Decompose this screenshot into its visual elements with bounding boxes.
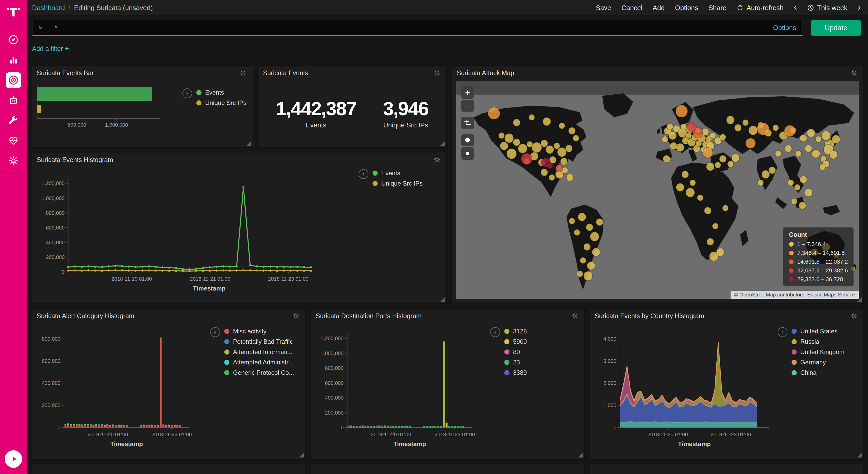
svg-text:400,000: 400,000 [42, 380, 60, 386]
legend-item[interactable]: Events [196, 89, 246, 96]
sidebar-item-gear[interactable] [6, 153, 21, 169]
panel-options-button[interactable] [432, 68, 441, 77]
metric-visualization: 1,442,387 Events 3,946 Unique Src IPs [258, 80, 446, 147]
legend-item[interactable]: 23 [504, 359, 527, 366]
save-button[interactable]: Save [596, 4, 611, 12]
legend-color-dot [224, 360, 229, 365]
legend-item[interactable]: 3128 [504, 328, 527, 335]
svg-text:1,000,000: 1,000,000 [105, 122, 128, 128]
legend-color-dot [224, 329, 229, 334]
legend-color-dot [789, 277, 794, 282]
legend-item[interactable]: Events [373, 170, 423, 177]
panel-resize-handle[interactable] [857, 453, 862, 457]
legend-item[interactable]: Misc activity [224, 328, 294, 335]
time-back-button[interactable]: ‹ [794, 3, 797, 12]
share-button[interactable]: Share [708, 4, 726, 12]
query-options-link[interactable]: Options [773, 24, 796, 32]
legend-toggle[interactable]: › [210, 327, 220, 337]
sidebar-item-wrench[interactable] [6, 113, 21, 128]
sidebar-item-bars[interactable] [6, 52, 21, 68]
legend-item[interactable]: Attempted Administr... [224, 359, 294, 366]
gear-icon [850, 313, 857, 321]
legend-color-dot [224, 339, 229, 344]
legend-item[interactable]: 5900 [504, 338, 527, 345]
panel-resize-handle[interactable] [299, 453, 304, 457]
options-button[interactable]: Options [675, 4, 698, 12]
panel-suricata-events-by-country: Suricata Events by Country Histogram 01,… [589, 308, 864, 460]
legend-color-dot [792, 329, 797, 334]
map-zoom-out-button[interactable]: − [461, 100, 474, 112]
map-legend: Count 1 – 7,346.47,346.4 – 14,691.814,69… [783, 228, 854, 286]
query-input[interactable]: >_ * Options [32, 20, 803, 36]
add-filter-link[interactable]: Add a filter + [32, 45, 69, 52]
legend-item[interactable]: Generic Protocol Co... [224, 369, 294, 376]
console-prompt-icon: >_ [39, 24, 47, 31]
panel-options-button[interactable] [291, 312, 300, 320]
panel-resize-handle[interactable] [578, 453, 583, 457]
time-picker-button[interactable]: This week [807, 4, 847, 12]
legend-toggle[interactable]: › [182, 88, 192, 98]
attribution-text: contributors, [776, 292, 807, 297]
panel-options-button[interactable] [239, 68, 247, 77]
legend-color-dot [792, 349, 797, 355]
panel-options-button[interactable] [849, 68, 858, 77]
svg-text:2018-11-23 01:00: 2018-11-23 01:00 [435, 432, 475, 437]
map-polygon-select-button[interactable] [461, 134, 474, 146]
panel-resize-handle[interactable] [440, 141, 445, 146]
panel-title: Suricata Destination Ports Histogram [316, 312, 422, 320]
legend-item[interactable]: China [792, 369, 844, 376]
svg-text:500,000: 500,000 [67, 122, 86, 128]
legend-toggle[interactable]: › [490, 327, 500, 337]
wrench-icon [8, 115, 19, 126]
panel-options-button[interactable] [570, 312, 579, 320]
attack-map-canvas[interactable]: + − Count 1 – 7,346.47,346.4 – [456, 81, 859, 299]
compass-icon [8, 35, 19, 45]
legend-color-dot [789, 260, 794, 264]
add-button[interactable]: Add [653, 4, 665, 12]
map-zoom-in-button[interactable]: + [461, 86, 474, 99]
gear-icon [240, 70, 246, 78]
legend-toggle[interactable]: › [778, 327, 787, 337]
map-fit-bounds-button[interactable] [461, 117, 474, 129]
legend-color-dot [504, 339, 509, 344]
legend-toggle[interactable]: › [359, 169, 368, 179]
elastic-maps-link[interactable]: Elastic Maps Service [807, 292, 855, 297]
sidebar-expand-button[interactable] [5, 450, 22, 468]
sidebar-item-target[interactable] [6, 72, 21, 88]
legend-item[interactable]: Unique Src IPs [373, 180, 423, 187]
update-button[interactable]: Update [811, 20, 861, 36]
legend-item[interactable]: Attempted Informati... [224, 348, 294, 356]
cancel-button[interactable]: Cancel [622, 4, 643, 12]
svg-text:800,000: 800,000 [325, 365, 344, 371]
legend-item[interactable]: Russia [792, 338, 844, 345]
map-attribution: © OpenStreetMap contributors, Elastic Ma… [731, 291, 859, 299]
svg-text:800,000: 800,000 [42, 336, 60, 342]
panel-suricata-events-bar: Suricata Events Bar 500,0001,000,000 ›Ev… [31, 65, 253, 148]
legend-item[interactable]: United Kingdom [792, 348, 844, 356]
panel-resize-handle[interactable] [246, 141, 251, 146]
legend-item[interactable]: Potentially Bad Traffic [224, 338, 294, 345]
time-forward-button[interactable]: › [858, 3, 861, 12]
sidebar-item-compass[interactable] [6, 32, 21, 48]
map-legend-item: 1 – 7,346.4 [789, 241, 848, 247]
breadcrumb-dashboard-link[interactable]: Dashboard [32, 4, 65, 12]
panel-resize-handle[interactable] [440, 297, 445, 302]
map-rectangle-select-button[interactable] [461, 147, 474, 160]
svg-text:Timestamp: Timestamp [110, 440, 143, 447]
sidebar-item-heartbeat[interactable] [6, 133, 21, 148]
sidebar-item-robot[interactable] [6, 92, 21, 108]
legend-item[interactable]: 3389 [504, 369, 527, 376]
pentagon-icon [464, 137, 471, 143]
panel-title: Suricata Events Bar [37, 69, 94, 77]
panel-options-button[interactable] [849, 312, 858, 320]
legend-item[interactable]: Unique Src IPs [196, 99, 246, 107]
legend-item[interactable]: Germany [792, 359, 844, 366]
panel-title: Suricata Events Histogram [37, 156, 113, 164]
clock-icon [807, 4, 814, 11]
panel-options-button[interactable] [432, 155, 441, 164]
legend-item[interactable]: 80 [504, 348, 527, 356]
auto-refresh-button[interactable]: Auto-refresh [737, 4, 783, 12]
legend-item[interactable]: United States [792, 328, 844, 335]
svg-text:1,200,000: 1,200,000 [41, 180, 65, 186]
openstreetmap-link[interactable]: © OpenStreetMap [734, 292, 776, 297]
